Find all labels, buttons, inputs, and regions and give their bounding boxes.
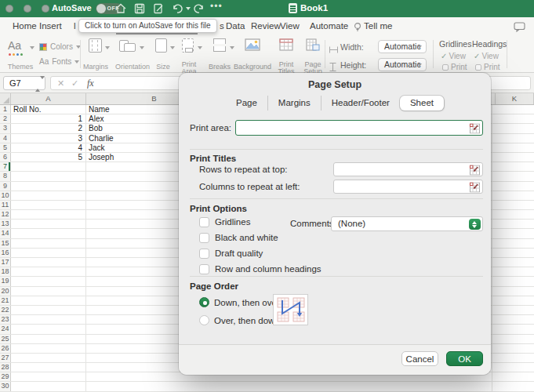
close-window-icon[interactable] <box>5 5 13 13</box>
row-header[interactable]: 21 <box>0 296 11 305</box>
tab-data[interactable]: Data <box>226 21 245 31</box>
row-header[interactable]: 14 <box>0 229 11 238</box>
cell[interactable] <box>11 201 86 209</box>
themes-button[interactable]: Themes <box>3 64 38 71</box>
cell[interactable] <box>11 172 86 180</box>
cell[interactable] <box>492 315 531 324</box>
cell[interactable] <box>11 354 86 362</box>
row-header[interactable]: 13 <box>0 220 11 228</box>
row-header[interactable]: 29 <box>0 372 11 381</box>
cell[interactable] <box>492 114 531 123</box>
checkbox-black-and-white[interactable]: Black and white <box>199 232 321 243</box>
undo-menu-caret-icon[interactable] <box>186 7 191 10</box>
cell[interactable] <box>11 344 86 353</box>
theme-colors-button[interactable]: Colors <box>39 42 81 51</box>
print-area-icon[interactable] <box>182 38 194 53</box>
cell[interactable] <box>86 382 492 390</box>
tab-margins[interactable]: Margins <box>267 96 321 111</box>
cell[interactable]: 4 <box>11 143 86 152</box>
row-header[interactable]: 16 <box>0 249 11 257</box>
cell[interactable] <box>492 296 531 305</box>
page-setup-icon[interactable] <box>306 38 320 54</box>
theme-fonts-button[interactable]: Aa Fonts <box>39 57 79 66</box>
cols-repeat-input[interactable] <box>333 180 483 194</box>
cell[interactable] <box>11 191 86 200</box>
cell[interactable] <box>492 354 531 362</box>
cell[interactable] <box>492 239 531 248</box>
row-header[interactable]: 24 <box>0 325 11 333</box>
background-icon[interactable] <box>245 38 260 54</box>
radio-icon[interactable] <box>199 315 209 325</box>
cell[interactable] <box>492 335 531 343</box>
cell[interactable] <box>492 258 531 267</box>
orientation-caret-icon[interactable] <box>140 46 144 49</box>
row-header[interactable]: 3 <box>0 124 11 132</box>
row-header[interactable]: 26 <box>0 344 11 353</box>
row-header[interactable]: 4 <box>0 134 11 143</box>
checkbox-row-and-column-headings[interactable]: Row and column headings <box>199 263 321 274</box>
cell[interactable] <box>492 344 531 353</box>
cell[interactable]: 5 <box>11 153 86 162</box>
cell[interactable] <box>11 249 86 257</box>
comments-select[interactable]: (None) <box>331 216 483 231</box>
cell[interactable] <box>11 239 86 248</box>
headings-view-checkbox[interactable]: ✓View <box>474 52 499 60</box>
margins-caret-icon[interactable] <box>105 46 110 49</box>
checkbox-icon[interactable] <box>199 264 209 274</box>
tab-header-footer[interactable]: Header/Footer <box>321 96 400 111</box>
height-select[interactable]: Automatic <box>378 58 427 71</box>
checkbox-icon[interactable] <box>199 217 209 227</box>
tab-automate[interactable]: Automate <box>310 21 348 31</box>
cell[interactable] <box>492 249 531 257</box>
cell[interactable] <box>492 191 531 200</box>
insert-function-icon[interactable]: fx <box>87 78 94 89</box>
cell[interactable] <box>492 143 531 152</box>
confirm-entry-icon[interactable]: ✓ <box>71 78 78 89</box>
cell[interactable] <box>11 162 86 171</box>
checkbox-icon[interactable] <box>199 249 209 259</box>
cell[interactable]: 2 <box>11 124 86 132</box>
row-header[interactable]: 19 <box>0 277 11 285</box>
print-area-input[interactable] <box>235 120 483 136</box>
width-select[interactable]: Automatic <box>378 40 427 53</box>
cell[interactable] <box>11 277 86 285</box>
cell[interactable] <box>11 258 86 267</box>
cell[interactable] <box>11 315 86 324</box>
range-picker-icon[interactable] <box>470 123 480 133</box>
breaks-icon[interactable] <box>213 38 226 52</box>
tab-review[interactable]: Review <box>251 21 281 31</box>
more-commands-icon[interactable]: ••• <box>210 1 223 13</box>
size-icon[interactable] <box>155 38 167 53</box>
row-header[interactable]: 7 <box>0 162 11 171</box>
row-header[interactable]: 1 <box>0 105 11 114</box>
cell[interactable] <box>492 363 531 372</box>
name-box-stepper-icon[interactable] <box>35 79 42 89</box>
radio-down-then-over[interactable]: Down, then over <box>199 296 280 308</box>
cell[interactable] <box>492 325 531 333</box>
tab-page[interactable]: Page <box>226 96 267 111</box>
print-area-caret-icon[interactable] <box>198 46 202 49</box>
row-header[interactable]: 12 <box>0 210 11 219</box>
undo-icon[interactable] <box>171 2 184 15</box>
tab-sheet[interactable]: Sheet <box>400 96 444 111</box>
cell[interactable] <box>492 287 531 296</box>
row-header[interactable]: 11 <box>0 201 11 209</box>
name-box[interactable]: G7 <box>3 76 45 90</box>
size-caret-icon[interactable] <box>170 46 175 49</box>
cell[interactable]: 3 <box>11 134 86 143</box>
share-icon[interactable] <box>152 2 165 15</box>
tab-home[interactable]: Home <box>13 21 37 31</box>
breaks-caret-icon[interactable] <box>230 46 234 49</box>
column-header-a[interactable]: A <box>11 93 86 104</box>
cell[interactable] <box>492 382 531 390</box>
cell[interactable] <box>492 105 531 114</box>
cell[interactable] <box>11 296 86 305</box>
cell[interactable] <box>492 172 531 180</box>
themes-icon[interactable]: Aa <box>8 39 21 52</box>
orientation-button[interactable]: Orientation <box>113 64 152 71</box>
ok-button[interactable]: OK <box>446 351 483 366</box>
tab-view[interactable]: View <box>280 21 300 31</box>
cell[interactable] <box>492 162 531 171</box>
row-header[interactable]: 20 <box>0 287 11 296</box>
row-header[interactable]: 28 <box>0 363 11 372</box>
